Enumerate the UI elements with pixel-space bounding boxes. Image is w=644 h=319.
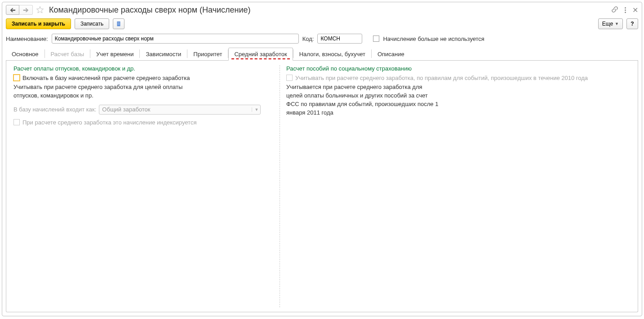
save-button[interactable]: Записать xyxy=(75,18,109,29)
titlebar-right: ✕ xyxy=(611,6,638,14)
tab-time[interactable]: Учет времени xyxy=(90,48,139,61)
code-label: Код: xyxy=(302,35,314,42)
forward-button[interactable]: 🡪 xyxy=(19,5,33,15)
tab-content: Расчет оплаты отпусков, командировок и д… xyxy=(6,61,638,312)
left-column: Расчет оплаты отпусков, командировок и д… xyxy=(10,65,280,307)
not-used-label: Начисление больше не используется xyxy=(383,35,484,42)
save-and-close-button[interactable]: Записать и закрыть xyxy=(6,18,71,29)
tab-taxes[interactable]: Налоги, взносы, бухучет xyxy=(293,48,371,61)
indexed-label: При расчете среднего заработка это начис… xyxy=(22,119,196,126)
not-used-checkbox[interactable] xyxy=(373,35,379,42)
more-options-icon[interactable] xyxy=(625,7,626,13)
tab-description[interactable]: Описание xyxy=(372,48,410,61)
chevron-down-icon: ▼ xyxy=(615,22,619,26)
back-button[interactable]: 🡨 xyxy=(6,5,19,15)
arrow-left-icon: 🡨 xyxy=(10,7,16,13)
arrow-right-icon: 🡪 xyxy=(23,7,29,13)
right-section-title: Расчет пособий по социальному страховани… xyxy=(286,65,631,72)
base-as-dropdown[interactable]: Общий заработок ▼ xyxy=(99,105,261,115)
code-input[interactable] xyxy=(317,34,362,44)
tabs: Основное Расчет базы Учет времени Зависи… xyxy=(6,47,638,61)
tab-base-calc: Расчет базы xyxy=(45,48,90,61)
include-in-base-label: Включать в базу начислений при расчете с… xyxy=(22,75,190,81)
titlebar: 🡨 🡪 Командировочные расходы сверх норм (… xyxy=(6,5,638,15)
consider-2010-checkbox xyxy=(286,75,293,81)
toolbar: Записать и закрыть Записать Еще▼ ? xyxy=(6,18,638,29)
nav-buttons: 🡨 🡪 xyxy=(6,5,33,15)
consider-desc: Учитывается при расчете среднего заработ… xyxy=(286,83,439,117)
name-label: Наименование: xyxy=(6,35,48,42)
base-as-value: Общий заработок xyxy=(102,106,150,113)
tab-dependencies[interactable]: Зависимости xyxy=(140,48,187,61)
tab-main[interactable]: Основное xyxy=(6,48,44,61)
favorite-star-icon[interactable] xyxy=(36,5,44,14)
window-title: Командировочные расходы сверх норм (Начи… xyxy=(49,5,251,15)
name-code-row: Наименование: Код: Начисление больше не … xyxy=(6,34,638,44)
indexed-checkbox xyxy=(13,119,20,125)
window-frame: 🡨 🡪 Командировочные расходы сверх норм (… xyxy=(2,2,642,316)
base-as-label: В базу начислений входит как: xyxy=(13,106,96,113)
tab-priority[interactable]: Приоритет xyxy=(187,48,228,61)
right-column: Расчет пособий по социальному страховани… xyxy=(280,65,634,307)
include-in-base-checkbox[interactable] xyxy=(13,75,20,81)
close-icon[interactable]: ✕ xyxy=(632,6,638,14)
svg-rect-1 xyxy=(117,22,120,27)
more-button[interactable]: Еще▼ xyxy=(598,18,623,29)
link-icon[interactable] xyxy=(611,6,618,14)
left-section-title: Расчет оплаты отпусков, командировок и д… xyxy=(13,65,276,72)
svg-marker-0 xyxy=(37,7,44,13)
document-icon-button[interactable] xyxy=(113,18,124,29)
help-button[interactable]: ? xyxy=(626,18,638,29)
consider-2010-label: Учитывать при расчете среднего заработка… xyxy=(295,75,588,81)
chevron-down-icon: ▼ xyxy=(252,107,258,112)
tab-avg-earnings[interactable]: Средний заработок xyxy=(228,48,293,61)
name-input[interactable] xyxy=(52,34,299,44)
include-in-base-desc: Учитывать при расчете среднего заработка… xyxy=(13,83,207,100)
